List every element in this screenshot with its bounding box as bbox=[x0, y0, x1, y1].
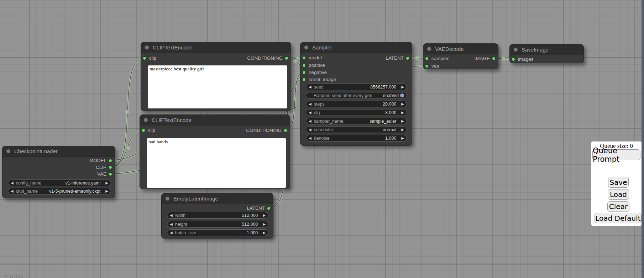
queue-panel: Queue size: 0 Queue Prompt Save Load Cle… bbox=[591, 141, 642, 226]
collapse-dot-icon[interactable] bbox=[145, 46, 149, 49]
node-save-image[interactable]: SaveImage images bbox=[509, 44, 584, 63]
node-title-bar[interactable]: EmptyLatentImage bbox=[162, 193, 273, 204]
decrement-arrow-icon[interactable]: ◀ bbox=[309, 109, 311, 116]
collapse-dot-icon[interactable] bbox=[304, 46, 308, 49]
decrement-arrow-icon[interactable]: ◀ bbox=[170, 212, 173, 219]
node-sampler[interactable]: Sampler model positive negative latent_i… bbox=[300, 42, 412, 146]
clear-button[interactable]: Clear bbox=[607, 201, 629, 212]
increment-arrow-icon[interactable]: ▶ bbox=[263, 212, 266, 219]
output-conditioning: CONDITIONING bbox=[246, 127, 290, 134]
widget-config-name[interactable]: ◀ config_name v1-inference.yaml ▶ bbox=[8, 180, 111, 186]
node-title: EmptyLatentImage bbox=[173, 196, 218, 202]
node-empty-latent-image[interactable]: EmptyLatentImage LATENT ◀ width 512.000 … bbox=[161, 193, 273, 239]
output-port-model[interactable] bbox=[109, 159, 112, 162]
input-samples: samples bbox=[423, 55, 449, 62]
decrement-arrow-icon[interactable]: ◀ bbox=[309, 135, 311, 141]
input-port-samples[interactable] bbox=[425, 57, 429, 60]
input-port-clip[interactable] bbox=[143, 57, 146, 60]
save-button[interactable]: Save bbox=[608, 177, 629, 188]
load-button[interactable]: Load bbox=[608, 189, 629, 200]
widget-seed[interactable]: ◀ seed 8566257.000 ▶ bbox=[306, 84, 407, 90]
output-port-image[interactable] bbox=[492, 57, 496, 60]
toggle-circle-icon[interactable] bbox=[400, 93, 404, 97]
node-checkpoint-loader[interactable]: CheckpointLoader MODEL CLIP VAE ◀ config… bbox=[2, 146, 115, 198]
node-title-bar[interactable]: SaveImage bbox=[510, 44, 583, 55]
collapse-dot-icon[interactable] bbox=[6, 149, 10, 153]
node-title-bar[interactable]: CLIPTextEncode bbox=[141, 42, 291, 53]
input-images: images bbox=[510, 56, 534, 63]
increment-arrow-icon[interactable]: ▶ bbox=[401, 109, 404, 116]
decrement-arrow-icon[interactable]: ◀ bbox=[309, 126, 311, 133]
node-clip-text-encode-negative[interactable]: CLIPTextEncode clip CONDITIONING bad han… bbox=[140, 114, 290, 189]
widget-cfg[interactable]: ◀ cfg 8.000 ▶ bbox=[306, 109, 407, 116]
input-port-negative[interactable] bbox=[302, 71, 306, 74]
widget-width[interactable]: ◀ width 512.000 ▶ bbox=[167, 212, 268, 219]
decrement-arrow-icon[interactable]: ◀ bbox=[309, 118, 311, 124]
output-latent: LATENT bbox=[386, 55, 412, 62]
decrement-arrow-icon[interactable]: ◀ bbox=[11, 180, 14, 186]
increment-arrow-icon[interactable]: ▶ bbox=[401, 101, 404, 107]
output-latent: LATENT bbox=[247, 205, 273, 212]
input-latent-image: latent_image bbox=[300, 76, 336, 83]
node-title: SaveImage bbox=[522, 47, 549, 53]
decrement-arrow-icon[interactable]: ◀ bbox=[170, 229, 173, 236]
widget-batch-size[interactable]: ◀ batch_size 1.000 ▶ bbox=[167, 229, 268, 236]
node-title-bar[interactable]: VAEDecode bbox=[423, 44, 498, 54]
increment-arrow-icon[interactable]: ▶ bbox=[401, 135, 404, 141]
input-port-positive[interactable] bbox=[302, 64, 306, 67]
node-title-bar[interactable]: CLIPTextEncode bbox=[140, 115, 290, 125]
scrollbar[interactable] bbox=[642, 0, 644, 278]
increment-arrow-icon[interactable]: ▶ bbox=[263, 229, 266, 236]
node-vae-decode[interactable]: VAEDecode samples vae IMAGE bbox=[423, 43, 498, 69]
collapse-dot-icon[interactable] bbox=[166, 197, 169, 201]
decrement-arrow-icon[interactable]: ◀ bbox=[11, 188, 14, 194]
output-image: IMAGE bbox=[474, 55, 498, 62]
output-port-vae[interactable] bbox=[109, 172, 112, 176]
input-negative: negative bbox=[300, 69, 327, 76]
input-vae: vae bbox=[423, 63, 439, 70]
increment-arrow-icon[interactable]: ▶ bbox=[401, 84, 404, 90]
node-clip-text-encode-positive[interactable]: CLIPTextEncode clip CONDITIONING masterp… bbox=[141, 42, 291, 111]
increment-arrow-icon[interactable]: ▶ bbox=[263, 221, 266, 228]
output-port-conditioning[interactable] bbox=[284, 129, 287, 132]
input-port-model[interactable] bbox=[302, 56, 306, 60]
input-clip: clip bbox=[140, 127, 155, 134]
output-port-latent[interactable] bbox=[406, 57, 409, 60]
increment-arrow-icon[interactable]: ▶ bbox=[105, 188, 108, 194]
output-model: MODEL bbox=[89, 157, 115, 164]
increment-arrow-icon[interactable]: ▶ bbox=[401, 126, 404, 133]
collapse-dot-icon[interactable] bbox=[144, 118, 148, 122]
input-port-images[interactable] bbox=[512, 58, 515, 61]
node-title-bar[interactable]: CheckpointLoader bbox=[2, 146, 115, 157]
widget-random-seed-toggle[interactable]: Random seed after every gen enabled bbox=[306, 92, 407, 99]
prompt-textarea-positive[interactable]: masterpiece best quality girl bbox=[148, 65, 287, 108]
widget-ckpt-name[interactable]: ◀ ckpt_name v1-5-pruned-emaonly.ckpt ▶ bbox=[8, 188, 111, 194]
queue-prompt-button[interactable]: Queue Prompt bbox=[592, 149, 640, 160]
increment-arrow-icon[interactable]: ▶ bbox=[401, 118, 404, 124]
collapse-dot-icon[interactable] bbox=[514, 48, 518, 52]
decrement-arrow-icon[interactable]: ◀ bbox=[309, 84, 311, 90]
widget-scheduler[interactable]: ◀ scheduler normal ▶ bbox=[306, 126, 407, 133]
input-port-latent-image[interactable] bbox=[302, 78, 306, 81]
node-title: CheckpointLoader bbox=[14, 148, 58, 154]
output-port-latent[interactable] bbox=[267, 207, 271, 210]
output-port-conditioning[interactable] bbox=[285, 57, 288, 60]
input-positive: positive bbox=[300, 62, 325, 69]
widget-sampler-name[interactable]: ◀ sampler_name sample_euler ▶ bbox=[306, 118, 407, 124]
widget-denoise[interactable]: ◀ denoise 1.000 ▶ bbox=[306, 135, 407, 141]
prompt-textarea-negative[interactable]: bad hands bbox=[147, 138, 286, 188]
input-clip: clip bbox=[141, 55, 156, 62]
decrement-arrow-icon[interactable]: ◀ bbox=[170, 221, 173, 228]
node-title-bar[interactable]: Sampler bbox=[300, 42, 412, 53]
decrement-arrow-icon[interactable]: ◀ bbox=[309, 101, 311, 107]
input-port-vae[interactable] bbox=[425, 64, 429, 68]
widget-height[interactable]: ◀ height 512.000 ▶ bbox=[167, 221, 268, 228]
load-default-button[interactable]: Load Default bbox=[595, 213, 642, 223]
node-title: CLIPTextEncode bbox=[153, 44, 193, 50]
node-title: Sampler bbox=[312, 44, 332, 50]
output-port-clip[interactable] bbox=[109, 166, 112, 169]
increment-arrow-icon[interactable]: ▶ bbox=[105, 180, 108, 186]
collapse-dot-icon[interactable] bbox=[427, 47, 431, 51]
widget-steps[interactable]: ◀ steps 20.000 ▶ bbox=[306, 101, 407, 107]
input-port-clip[interactable] bbox=[142, 129, 145, 132]
